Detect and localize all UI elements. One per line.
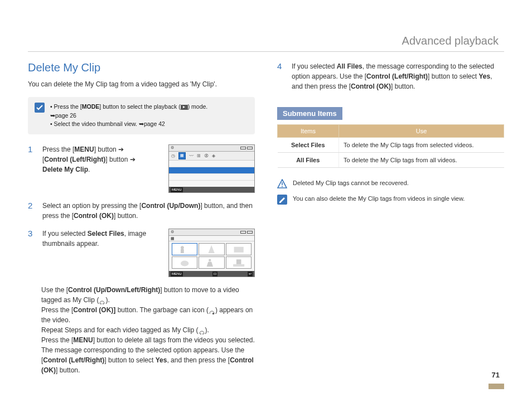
step-4: 4 If you selected All Files, the message… (277, 61, 504, 91)
svg-point-12 (200, 333, 201, 335)
right-column: 4 If you selected All Files, the message… (277, 61, 504, 375)
content-columns: Delete My Clip You can delete the My Cli… (28, 61, 504, 375)
step-number: 1 (28, 144, 36, 193)
step-text: If you selected Select Files, image thum… (42, 229, 161, 249)
svg-point-16 (282, 186, 283, 187)
section-intro: You can delete the My Clip tag from a vi… (28, 80, 255, 89)
step-number: 4 (277, 61, 285, 91)
step-number: 3 (28, 229, 36, 277)
step-text: If you selected All Files, the message c… (292, 61, 504, 91)
table-row: All Files To delete the My Clip tags fro… (278, 153, 504, 168)
playback-mode-icon (181, 105, 188, 110)
warning-icon (277, 179, 287, 189)
table-header-items: Items (278, 125, 339, 138)
checkmark-icon (35, 103, 45, 113)
svg-rect-2 (181, 249, 184, 253)
pencil-note-icon (277, 195, 287, 205)
step-text: Select an option by pressing the [Contro… (42, 201, 255, 221)
svg-rect-11 (212, 313, 214, 314)
trash-tag-icon (209, 308, 215, 313)
note-text: You can also delete the My Clip tags fro… (293, 195, 465, 203)
table-header-use: Use (339, 125, 504, 138)
step-text: Press the [MENU] button ➔ [Control (Left… (42, 144, 161, 175)
svg-point-9 (100, 303, 101, 304)
table-row: Select Files To delete the My Clip tags … (278, 138, 504, 153)
tip-box: Press the [MODE] button to select the pl… (28, 97, 255, 134)
header-rule (28, 51, 504, 52)
svg-point-6 (209, 259, 211, 261)
page-tab-marker (489, 384, 504, 389)
svg-rect-7 (233, 264, 244, 267)
my-clip-icon (99, 298, 105, 303)
svg-point-13 (202, 333, 204, 335)
info-note: You can also delete the My Clip tags fro… (277, 195, 504, 205)
warning-note: Deleted My Clip tags cannot be recovered… (277, 179, 504, 189)
step-3-substeps: Use the [Control (Up/Down/Left/Right)] b… (41, 285, 255, 375)
page-number: 71 (492, 371, 500, 379)
step-number: 2 (28, 201, 36, 221)
svg-point-1 (181, 246, 184, 249)
svg-marker-3 (209, 245, 215, 253)
table-cell-use: To delete the My Clip tags from selected… (339, 138, 504, 153)
step-1: 1 Press the [MENU] button ➔ [Control (Le… (28, 144, 255, 193)
svg-point-5 (181, 260, 188, 266)
step-2: 2 Select an option by pressing the [Cont… (28, 201, 255, 221)
my-clip-icon (199, 328, 205, 333)
table-cell-item: Select Files (278, 138, 339, 153)
svg-point-10 (103, 303, 104, 304)
tip-item: Select the video thumbnail view. ➥page 4… (50, 120, 207, 129)
note-text: Deleted My Clip tags cannot be recovered… (293, 179, 409, 187)
left-column: Delete My Clip You can delete the My Cli… (28, 61, 255, 375)
table-cell-use: To delete the My Clip tags from all vide… (339, 153, 504, 168)
svg-rect-8 (236, 259, 241, 264)
submenu-table: Items Use Select Files To delete the My … (277, 124, 504, 168)
lcd-thumbnail-preview: ⚙ ▦ MENU⊡↩ (168, 229, 255, 277)
lcd-menu-preview: ⚙ ◷▦〰⊞⦿◈ MENU (168, 144, 255, 193)
tip-item: Press the [MODE] button to select the pl… (50, 103, 207, 120)
table-cell-item: All Files (278, 153, 339, 168)
svg-rect-4 (234, 247, 243, 253)
header-title: Advanced playback (402, 35, 499, 47)
step-3: 3 If you selected Select Files, image th… (28, 229, 255, 277)
tip-list: Press the [MODE] button to select the pl… (50, 103, 207, 129)
submenu-heading: Submenu Items (277, 107, 342, 120)
section-title: Delete My Clip (28, 61, 255, 74)
